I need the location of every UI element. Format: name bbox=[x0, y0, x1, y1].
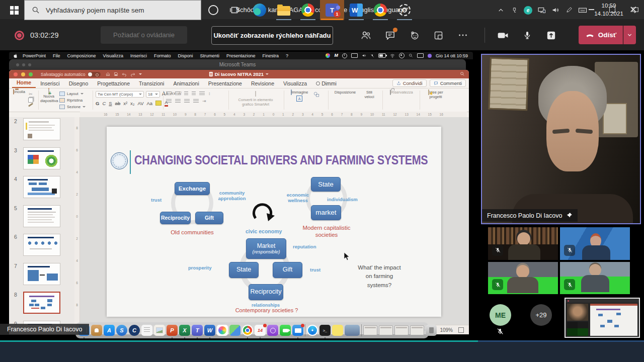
bullet-list-icon[interactable] bbox=[166, 92, 172, 96]
reminders-icon[interactable] bbox=[141, 325, 152, 336]
chat-icon[interactable] bbox=[382, 25, 398, 45]
highlight-icon[interactable] bbox=[155, 101, 162, 106]
skype-icon[interactable]: S bbox=[116, 325, 127, 336]
terminal-icon[interactable]: >_ bbox=[319, 325, 331, 336]
redo-icon[interactable] bbox=[130, 72, 135, 77]
main-speaker-video[interactable]: Francesco Paolo Di Iacovo bbox=[481, 54, 641, 224]
slide-thumbnail[interactable]: 5 bbox=[9, 204, 74, 233]
notes-icon[interactable] bbox=[154, 325, 165, 336]
numbered-list-icon[interactable] bbox=[175, 92, 181, 96]
new-slide-button[interactable]: Nuova diapositiva bbox=[40, 89, 57, 103]
titlebar-search-icon[interactable] bbox=[460, 71, 465, 76]
home-icon[interactable] bbox=[106, 72, 110, 76]
arrange-button[interactable]: Disposizione bbox=[332, 90, 358, 95]
text-box-icon[interactable]: A bbox=[296, 96, 302, 102]
my-avatar[interactable]: ME bbox=[490, 304, 511, 326]
menu-formato[interactable]: Formato bbox=[150, 53, 175, 58]
minimized-window[interactable] bbox=[363, 325, 377, 335]
reactions-icon[interactable] bbox=[407, 25, 422, 45]
minimized-window[interactable] bbox=[394, 325, 409, 335]
superscript-icon[interactable]: x² bbox=[123, 101, 127, 106]
end-preview-button[interactable]: Ukončiť zobrazenie rýchleho náhľadu bbox=[211, 26, 333, 45]
slide-thumbnail[interactable]: 8 bbox=[9, 291, 74, 320]
task-view-button[interactable] bbox=[224, 0, 245, 20]
touch-keyboard-icon[interactable] bbox=[576, 0, 589, 20]
fit-slide-icon[interactable] bbox=[458, 327, 464, 333]
align-left-icon[interactable] bbox=[166, 99, 172, 104]
menu-disponi[interactable]: Disponi bbox=[174, 53, 196, 58]
indent-decrease-icon[interactable] bbox=[184, 92, 188, 96]
tab-visualizza[interactable]: Visualizza bbox=[279, 79, 311, 88]
paste-button[interactable]: Incolla bbox=[12, 89, 26, 94]
italic-icon[interactable]: C bbox=[102, 101, 106, 106]
mail-icon[interactable] bbox=[292, 325, 303, 336]
maps-icon[interactable] bbox=[229, 325, 240, 336]
participant-video-4[interactable] bbox=[560, 262, 630, 295]
contacts-icon[interactable] bbox=[91, 325, 102, 336]
mac-clock[interactable]: Gio 14 ott 10:59 bbox=[436, 53, 469, 58]
c-app-icon[interactable]: C bbox=[129, 325, 140, 336]
align-right-icon[interactable] bbox=[184, 99, 190, 104]
podcasts-icon[interactable] bbox=[267, 325, 278, 336]
design-ideas-button[interactable]: Idee per progetti bbox=[424, 90, 448, 99]
slide-thumbnail[interactable]: 4 bbox=[9, 175, 74, 204]
volume-tray-icon[interactable] bbox=[548, 0, 562, 20]
tab-inserisci[interactable]: Inserisci bbox=[36, 79, 64, 88]
calendar-icon[interactable]: 14 bbox=[255, 325, 266, 336]
account-icon[interactable] bbox=[399, 53, 405, 58]
autosave-toggle[interactable] bbox=[88, 72, 101, 77]
leave-options-chevron-icon[interactable] bbox=[623, 26, 636, 44]
display-network-icon[interactable] bbox=[535, 0, 548, 20]
clock-app-icon[interactable] bbox=[342, 53, 347, 58]
menu-visualizza[interactable]: Visualizza bbox=[100, 53, 127, 58]
strikethrough-icon[interactable]: ab bbox=[115, 101, 121, 106]
microphone-icon[interactable] bbox=[519, 25, 535, 45]
facetime-icon[interactable] bbox=[280, 325, 291, 336]
smartart-button[interactable]: Converti in elemento grafico SmartArt bbox=[232, 92, 279, 107]
layout-button[interactable]: Layout bbox=[59, 90, 86, 97]
menu-file[interactable]: File bbox=[49, 53, 64, 58]
menu-powerpoint[interactable]: PowerPoint bbox=[19, 53, 49, 58]
minimized-window[interactable] bbox=[379, 325, 393, 335]
mic-muted-menu-icon[interactable] bbox=[370, 54, 374, 58]
character-spacing-icon[interactable]: AV bbox=[138, 101, 144, 106]
participant-video-1[interactable] bbox=[488, 227, 558, 260]
start-button[interactable] bbox=[4, 0, 24, 20]
subscript-icon[interactable]: x₂ bbox=[130, 101, 134, 106]
slide-thumbnail[interactable]: 3 bbox=[9, 146, 74, 175]
tab-revisione[interactable]: Revisione bbox=[247, 79, 279, 88]
slide-canvas[interactable]: CHANGING SOCIETAL DRIVERS AND FARMING SY… bbox=[107, 127, 441, 317]
overflow-participants-count[interactable]: +29 bbox=[530, 304, 552, 326]
settings-button[interactable] bbox=[392, 0, 417, 20]
word-button[interactable]: W bbox=[344, 0, 368, 20]
traffic-lights[interactable] bbox=[14, 72, 33, 76]
tab-progettazione[interactable]: Progettazione bbox=[93, 79, 134, 88]
trash-icon[interactable] bbox=[426, 325, 437, 336]
teams-icon[interactable]: T bbox=[192, 325, 203, 336]
menu-finestra[interactable]: Finestra bbox=[259, 53, 283, 58]
condividi-button[interactable]: Condividi bbox=[392, 79, 427, 87]
reset-button[interactable]: Ripristina bbox=[59, 97, 86, 104]
minimized-window[interactable] bbox=[410, 325, 424, 335]
apple-icon[interactable] bbox=[13, 53, 18, 58]
commenti-button[interactable]: Commenti bbox=[430, 79, 466, 87]
line-spacing-icon[interactable] bbox=[199, 92, 205, 96]
menu-presentazione[interactable]: Presentazione bbox=[223, 53, 259, 58]
shapes-icon[interactable] bbox=[313, 91, 320, 98]
dock-separator[interactable] bbox=[305, 324, 305, 336]
request-control-button[interactable]: Požiadať o ovládanie bbox=[101, 26, 187, 44]
chrome-button[interactable] bbox=[296, 0, 320, 20]
dock-separator[interactable] bbox=[361, 324, 362, 336]
participants-icon[interactable] bbox=[358, 25, 374, 45]
display-icon[interactable] bbox=[417, 53, 424, 58]
chrome-icon[interactable] bbox=[242, 325, 253, 336]
teams-button[interactable]: T 1 bbox=[320, 0, 344, 20]
align-center-icon[interactable] bbox=[175, 99, 181, 104]
bold-icon[interactable]: G bbox=[96, 101, 99, 106]
m-app-icon[interactable]: M bbox=[334, 53, 338, 58]
leave-button[interactable]: Odísť bbox=[579, 26, 636, 44]
action-center-icon[interactable] bbox=[628, 0, 642, 20]
quick-styles-button[interactable]: Stili veloci bbox=[361, 90, 377, 99]
spotlight-icon[interactable] bbox=[409, 53, 413, 58]
font-name-select[interactable]: Tw Cen MT (Corpo) bbox=[96, 91, 144, 98]
